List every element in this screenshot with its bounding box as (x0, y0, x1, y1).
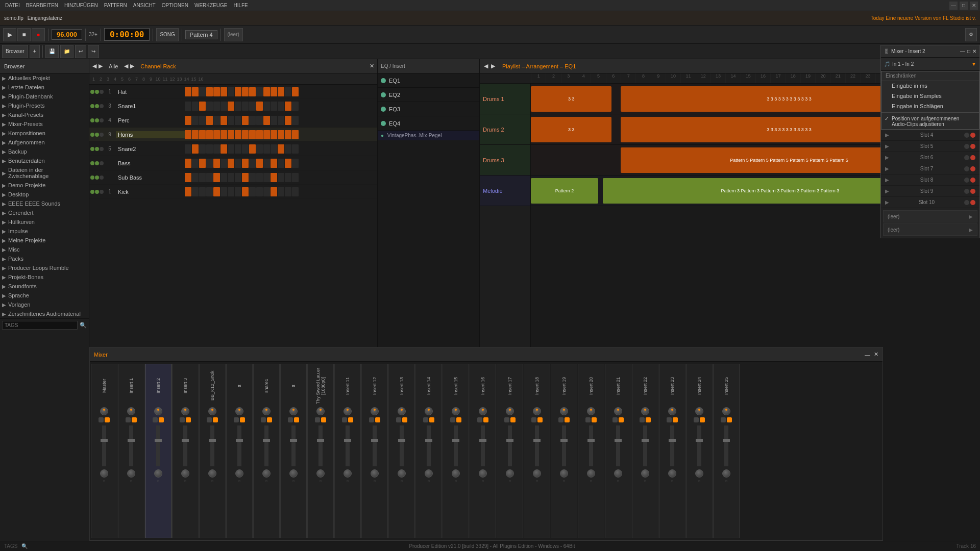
channel-volume-knob[interactable] (208, 469, 216, 478)
pad-12[interactable] (271, 102, 277, 111)
fader-thumb[interactable] (669, 439, 676, 442)
channel-send[interactable]: ○ (455, 479, 457, 483)
pad-2[interactable] (199, 159, 206, 168)
pad-8[interactable] (242, 187, 249, 196)
browser-btn[interactable]: Browser (2, 45, 28, 58)
pad-12[interactable] (271, 116, 277, 125)
channel-mute[interactable] (180, 417, 185, 422)
channel-fader[interactable] (346, 425, 350, 466)
pad-14[interactable] (285, 102, 291, 111)
fader-thumb[interactable] (398, 439, 405, 442)
menu-item-hilfe[interactable]: HILFE (230, 2, 251, 9)
pad-7[interactable] (235, 102, 241, 111)
pad-14[interactable] (285, 130, 291, 139)
channel-volume-knob[interactable] (560, 469, 568, 478)
pad-6[interactable] (228, 144, 234, 154)
channel-pan-knob[interactable] (235, 407, 243, 415)
channel-mute[interactable] (558, 417, 564, 422)
pad-11[interactable] (263, 102, 270, 111)
pad-10[interactable] (256, 130, 263, 139)
channel-pan-knob[interactable] (425, 407, 433, 415)
channel-volume-knob[interactable] (614, 469, 622, 478)
fader-thumb[interactable] (101, 439, 108, 442)
sidebar-item-plugin-datenbank[interactable]: ▶Plugin-Datenbank (0, 92, 89, 101)
channel-pan-knob[interactable] (154, 407, 162, 415)
sidebar-item-projekt-bones[interactable]: ▶Projekt-Bones (0, 272, 89, 282)
menu-item-werkzeuge[interactable]: WERKZEUGE (191, 2, 230, 9)
pad-4[interactable] (213, 187, 220, 196)
mixer-channel-19[interactable]: Insert 21 ○ (605, 364, 631, 538)
mixer-channel-1[interactable]: Insert 1 ○ (118, 364, 144, 538)
sidebar-item-kanal-presets[interactable]: ▶Kanal-Presets (0, 110, 89, 119)
insert-slot8[interactable]: ▶ Slot 8 (881, 174, 979, 186)
channel-volume-knob[interactable] (641, 469, 649, 478)
mixer-channel-12[interactable]: Insert 14 ○ (415, 364, 442, 538)
fwd-icon[interactable]: ▶ (99, 63, 103, 69)
power-dot[interactable] (90, 133, 94, 137)
record-button[interactable]: ● (32, 28, 45, 41)
mixer-channel-18[interactable]: Insert 20 ○ (578, 364, 604, 538)
pad-14[interactable] (285, 116, 291, 125)
channel-solo[interactable] (565, 417, 570, 422)
pad-11[interactable] (263, 130, 270, 139)
channel-name[interactable]: Horns (116, 131, 185, 138)
mixer-insert-minimize[interactable]: — (960, 48, 965, 54)
slot-green-btn[interactable] (964, 200, 969, 205)
channel-send[interactable]: ○ (644, 479, 647, 483)
pad-10[interactable] (256, 116, 263, 125)
pad-12[interactable] (271, 159, 277, 168)
channel-mute[interactable] (667, 417, 672, 422)
menu-item-datei[interactable]: DATEI (2, 2, 23, 9)
channel-solo[interactable] (159, 417, 164, 422)
channel-pan-knob[interactable] (262, 407, 271, 415)
channel-send[interactable]: ○ (671, 479, 674, 483)
pad-15[interactable] (292, 102, 299, 111)
pad-1[interactable] (192, 116, 199, 125)
fader-thumb[interactable] (452, 439, 459, 442)
mixer-channel-23[interactable]: Insert 25 ○ (713, 364, 740, 538)
solo-dot[interactable] (100, 90, 104, 94)
channel-fader[interactable] (481, 425, 485, 466)
pad-14[interactable] (285, 159, 291, 168)
insert-slot4[interactable]: ▶ Slot 4 (881, 130, 979, 141)
fader-thumb[interactable] (344, 439, 351, 442)
channel-mute[interactable] (342, 417, 347, 422)
mixer-channel-21[interactable]: Insert 23 ○ (659, 364, 685, 538)
song-mode-button[interactable]: SONG (156, 28, 178, 41)
channel-volume-knob[interactable] (398, 469, 406, 478)
pad-7[interactable] (235, 173, 241, 182)
power-dot[interactable] (90, 161, 94, 165)
channel-volume-knob[interactable] (452, 469, 460, 478)
channel-pan-knob[interactable] (641, 407, 649, 415)
pad-10[interactable] (256, 159, 263, 168)
pad-12[interactable] (271, 130, 277, 139)
channel-mute[interactable] (585, 417, 591, 422)
pad-9[interactable] (249, 116, 256, 125)
pad-0[interactable] (185, 187, 191, 196)
channel-volume-knob[interactable] (425, 469, 433, 478)
pad-2[interactable] (199, 87, 206, 96)
pad-1[interactable] (192, 102, 199, 111)
channel-pan-knob[interactable] (614, 407, 622, 415)
channel-volume-knob[interactable] (154, 469, 162, 478)
mixer-channel-14[interactable]: Insert 16 ○ (470, 364, 496, 538)
eq-item-eq2[interactable]: EQ2 (378, 88, 479, 102)
pad-15[interactable] (292, 116, 299, 125)
play-button[interactable]: ▶ (3, 28, 16, 41)
menu-item-pattern[interactable]: PATTERN (101, 2, 130, 9)
slot-green-btn[interactable] (964, 189, 969, 194)
pad-7[interactable] (235, 159, 241, 168)
channel-fader[interactable] (129, 425, 133, 466)
pad-5[interactable] (220, 187, 227, 196)
playlist-back-icon[interactable]: ◀ (484, 63, 488, 69)
fader-thumb[interactable] (506, 439, 513, 442)
pad-5[interactable] (220, 130, 227, 139)
channel-volume-knob[interactable] (100, 469, 108, 478)
redo-btn[interactable]: ↪ (88, 45, 99, 58)
slot-green-btn[interactable] (964, 133, 969, 138)
slot-red-btn[interactable] (970, 200, 975, 205)
channel-send[interactable]: ○ (617, 479, 620, 483)
channel-mute[interactable] (721, 417, 726, 422)
channel-fader[interactable] (562, 425, 566, 466)
pad-14[interactable] (285, 87, 291, 96)
